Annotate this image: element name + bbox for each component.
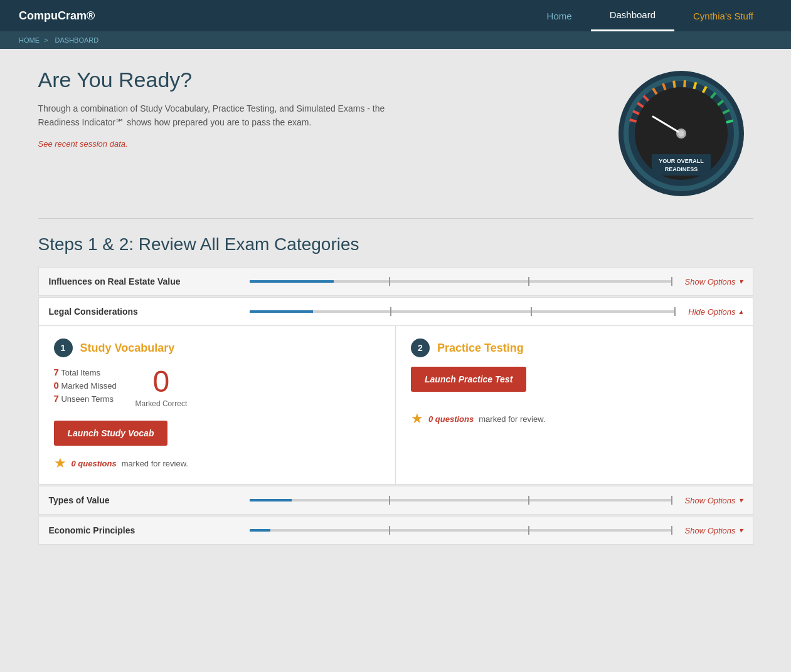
- progress-types: [237, 499, 685, 501]
- vocab-review-row: ★ 0 questions marked for review.: [54, 455, 381, 471]
- marked-missed-stat: 0 Marked Missed: [54, 380, 117, 391]
- main-content: Are You Ready? Through a combination of …: [19, 49, 772, 565]
- gauge-svg: YOUR OVERALL READINESS: [615, 68, 747, 199]
- category-title-types: Types of Value: [49, 495, 237, 505]
- unseen-terms-val: 7: [54, 393, 59, 404]
- progress-legal: [237, 310, 689, 313]
- category-header-economic[interactable]: Economic Principles Show Options ▾: [39, 517, 753, 544]
- brand-bold: Cram®: [58, 9, 95, 22]
- launch-study-vocab-button[interactable]: Launch Study Vocab: [54, 421, 168, 446]
- category-title-influences: Influences on Real Estate Value: [49, 276, 237, 286]
- hero-divider: [38, 218, 753, 219]
- star-icon-practice: ★: [411, 411, 423, 427]
- show-options-types[interactable]: Show Options ▾: [685, 496, 743, 505]
- step-badge-2: 2: [411, 339, 430, 357]
- practice-testing-title: Practice Testing: [437, 342, 524, 355]
- show-options-economic[interactable]: Show Options ▾: [685, 526, 743, 535]
- practice-testing-header: 2 Practice Testing: [411, 339, 738, 357]
- brand-prefix: Compu: [19, 9, 58, 22]
- category-row-legal: Legal Considerations Hide Options ▴ 1: [38, 297, 753, 485]
- study-vocab-section: 1 Study Vocabulary 7 Total Items 0 Marke…: [39, 326, 396, 484]
- progress-economic: [237, 529, 685, 532]
- nav-dashboard[interactable]: Dashboard: [591, 0, 674, 31]
- step-badge-1: 1: [54, 339, 73, 357]
- nav-cynthia[interactable]: Cynthia's Stuff: [674, 0, 772, 31]
- steps-heading: Steps 1 & 2: Review All Exam Categories: [38, 234, 753, 255]
- category-title-legal: Legal Considerations: [49, 307, 237, 317]
- marked-missed-val: 0: [54, 380, 59, 391]
- hero-title: Are You Ready?: [38, 68, 609, 92]
- nav-links: Home Dashboard Cynthia's Stuff: [528, 0, 772, 31]
- study-vocab-title: Study Vocabulary: [80, 342, 175, 355]
- progress-influences: [237, 280, 685, 283]
- chevron-up-icon: ▴: [739, 307, 743, 316]
- svg-point-19: [678, 130, 684, 137]
- expanded-legal: 1 Study Vocabulary 7 Total Items 0 Marke…: [39, 325, 753, 484]
- progress-track-economic: [250, 529, 672, 532]
- nav-home[interactable]: Home: [528, 0, 591, 31]
- hide-options-legal[interactable]: Hide Options ▴: [688, 307, 742, 317]
- svg-text:READINESS: READINESS: [664, 166, 698, 172]
- breadcrumb: HOME > DASHBOARD: [0, 31, 791, 49]
- progress-fill-economic: [250, 529, 271, 532]
- hero-description: Through a combination of Study Vocabular…: [38, 102, 390, 130]
- stats-row: 7 Total Items 0 Marked Missed 7 Unseen T…: [54, 367, 381, 408]
- unseen-terms-label: Unseen Terms: [61, 394, 114, 404]
- progress-track-types: [250, 499, 672, 501]
- category-row-economic: Economic Principles Show Options ▾: [38, 516, 753, 545]
- study-vocab-header: 1 Study Vocabulary: [54, 339, 381, 357]
- progress-track-influences: [250, 280, 672, 283]
- breadcrumb-current: DASHBOARD: [55, 36, 99, 44]
- total-items-stat: 7 Total Items: [54, 367, 117, 377]
- marked-correct-display: 0 Marked Correct: [135, 367, 188, 408]
- progress-fill-types: [250, 499, 292, 501]
- total-items-val: 7: [54, 367, 59, 377]
- category-header-legal[interactable]: Legal Considerations Hide Options ▴: [39, 298, 753, 325]
- progress-fill-legal: [250, 310, 314, 313]
- category-title-economic: Economic Principles: [49, 525, 237, 535]
- svg-text:YOUR OVERALL: YOUR OVERALL: [659, 158, 704, 164]
- marked-correct-val: 0: [135, 367, 188, 397]
- practice-review-suffix: marked for review.: [479, 414, 545, 424]
- practice-review-row: ★ 0 questions marked for review.: [411, 411, 738, 427]
- hero-text: Are You Ready? Through a combination of …: [38, 68, 609, 149]
- category-header-influences[interactable]: Influences on Real Estate Value Show Opt…: [39, 268, 753, 295]
- category-row-types: Types of Value Show Options ▾: [38, 486, 753, 515]
- navigation: CompuCram® Home Dashboard Cynthia's Stuf…: [0, 0, 791, 31]
- chevron-down-icon-types: ▾: [739, 496, 743, 505]
- brand-logo: CompuCram®: [19, 9, 95, 23]
- progress-fill-influences: [250, 280, 334, 283]
- hero-section: Are You Ready? Through a combination of …: [38, 68, 753, 199]
- chevron-down-icon-economic: ▾: [739, 526, 743, 535]
- star-icon: ★: [54, 455, 66, 471]
- marked-correct-label: Marked Correct: [135, 399, 188, 408]
- marked-missed-label: Marked Missed: [61, 381, 116, 391]
- gauge-dial: YOUR OVERALL READINESS: [615, 68, 747, 199]
- show-options-influences[interactable]: Show Options ▾: [685, 277, 743, 286]
- unseen-terms-stat: 7 Unseen Terms: [54, 393, 117, 404]
- readiness-gauge: YOUR OVERALL READINESS: [609, 68, 753, 199]
- progress-track-legal: [250, 310, 676, 313]
- chevron-down-icon: ▾: [739, 277, 743, 286]
- recent-session-link[interactable]: See recent session data.: [38, 139, 128, 149]
- practice-testing-section: 2 Practice Testing Launch Practice Test …: [396, 326, 753, 484]
- practice-review-count: 0 questions: [428, 414, 474, 424]
- breadcrumb-home[interactable]: HOME: [19, 36, 40, 44]
- breadcrumb-separator: >: [44, 36, 48, 44]
- total-items-label: Total Items: [61, 368, 100, 377]
- vocab-review-count: 0 questions: [72, 459, 117, 468]
- stat-list: 7 Total Items 0 Marked Missed 7 Unseen T…: [54, 367, 117, 406]
- launch-practice-test-button[interactable]: Launch Practice Test: [411, 367, 526, 392]
- category-row-influences: Influences on Real Estate Value Show Opt…: [38, 267, 753, 296]
- vocab-review-suffix: marked for review.: [122, 459, 188, 468]
- category-header-types[interactable]: Types of Value Show Options ▾: [39, 486, 753, 514]
